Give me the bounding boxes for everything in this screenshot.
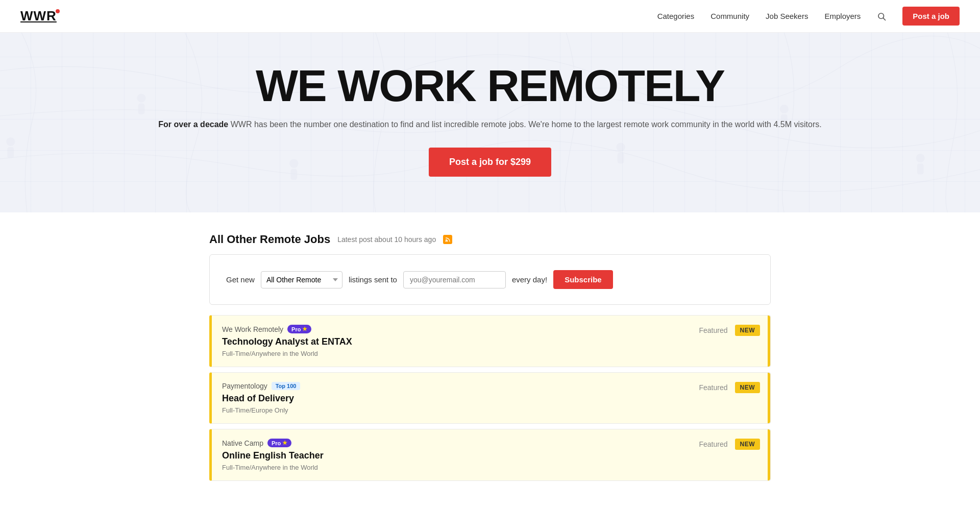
subscribe-button[interactable]: Subscribe [553,270,613,289]
hero-subtitle: For over a decade WWR has been the numbe… [10,117,970,131]
rss-icon[interactable] [443,235,452,244]
nav-employers[interactable]: Employers [824,12,861,20]
subscribe-listings-sent-label: listings sent to [349,275,397,284]
job-card-left: We Work Remotely Pro ★ Technology Analys… [222,325,699,357]
featured-label: Featured [699,440,727,448]
nav-community[interactable]: Community [710,12,749,20]
job-card-left: Native Camp Pro ★ Online English Teacher… [222,439,699,471]
subscribe-every-day-label: every day! [512,275,547,284]
badge-top100: Top 100 [272,382,301,390]
section-header: All Other Remote Jobs Latest post about … [209,233,771,246]
job-company-row: Native Camp Pro ★ [222,439,699,447]
featured-label: Featured [699,383,727,392]
hero-cta-button[interactable]: Post a job for $299 [429,148,551,177]
svg-rect-3 [7,147,14,158]
job-company-row: We Work Remotely Pro ★ [222,325,699,333]
job-meta: Full-Time/Anywhere in the World [222,350,699,357]
svg-rect-15 [917,163,924,174]
job-card-right: Featured NEW [699,439,760,450]
job-card[interactable]: Native Camp Pro ★ Online English Teacher… [209,429,771,481]
job-title: Online English Teacher [222,450,699,461]
job-card-accent-bar [768,429,770,480]
job-card[interactable]: We Work Remotely Pro ★ Technology Analys… [209,315,771,367]
badge-pro: Pro ★ [287,325,311,333]
main-content: All Other Remote Jobs Latest post about … [199,212,781,507]
svg-point-6 [289,159,298,168]
logo-text: WWR [20,8,57,23]
company-name: We Work Remotely [222,325,283,333]
svg-point-16 [446,240,447,242]
section-title: All Other Remote Jobs [209,233,330,246]
subscribe-box: Get new All Other Remote listings sent t… [209,254,771,305]
hero-section: WE WORK REMOTELY For over a decade WWR h… [0,33,980,212]
subscribe-category-select[interactable]: All Other Remote [261,271,342,288]
section-latest-post: Latest post about 10 hours ago [337,235,436,244]
nav-categories[interactable]: Categories [657,12,695,20]
company-name: Paymentology [222,382,267,390]
search-icon-button[interactable] [877,12,886,21]
badge-star: ★ [282,440,287,446]
company-name: Native Camp [222,439,263,447]
new-badge: NEW [735,439,761,450]
job-meta: Full-Time/Anywhere in the World [222,464,699,471]
badge-star: ★ [302,326,307,332]
logo-dot [56,9,60,13]
svg-rect-11 [618,153,624,163]
job-card[interactable]: Paymentology Top 100 Head of Delivery Fu… [209,372,771,424]
navbar: WWR Categories Community Job Seekers Emp… [0,0,980,33]
job-title: Head of Delivery [222,393,699,404]
subscribe-email-input[interactable] [403,271,506,288]
job-card-right: Featured NEW [699,325,760,336]
subscribe-get-new-label: Get new [226,275,255,284]
svg-rect-7 [290,169,297,180]
badge-pro: Pro ★ [267,439,291,447]
job-meta: Full-Time/Europe Only [222,406,699,414]
job-card-accent-bar [768,316,770,367]
svg-point-14 [916,154,925,162]
navbar-right: Categories Community Job Seekers Employe… [657,7,960,26]
job-title: Technology Analyst at ENTAX [222,336,699,347]
job-company-row: Paymentology Top 100 [222,382,699,390]
svg-point-10 [617,143,625,152]
new-badge: NEW [735,325,761,336]
job-card-right: Featured NEW [699,382,760,393]
logo[interactable]: WWR [20,8,57,24]
new-badge: NEW [735,382,761,393]
job-list: We Work Remotely Pro ★ Technology Analys… [209,315,771,481]
post-job-nav-button[interactable]: Post a job [902,7,960,26]
featured-label: Featured [699,326,727,334]
job-card-left: Paymentology Top 100 Head of Delivery Fu… [222,382,699,414]
search-icon [877,12,886,21]
svg-line-1 [884,18,886,20]
hero-title: WE WORK REMOTELY [10,63,970,108]
nav-job-seekers[interactable]: Job Seekers [766,12,808,20]
svg-point-2 [6,137,15,146]
job-card-accent-bar [768,373,770,423]
